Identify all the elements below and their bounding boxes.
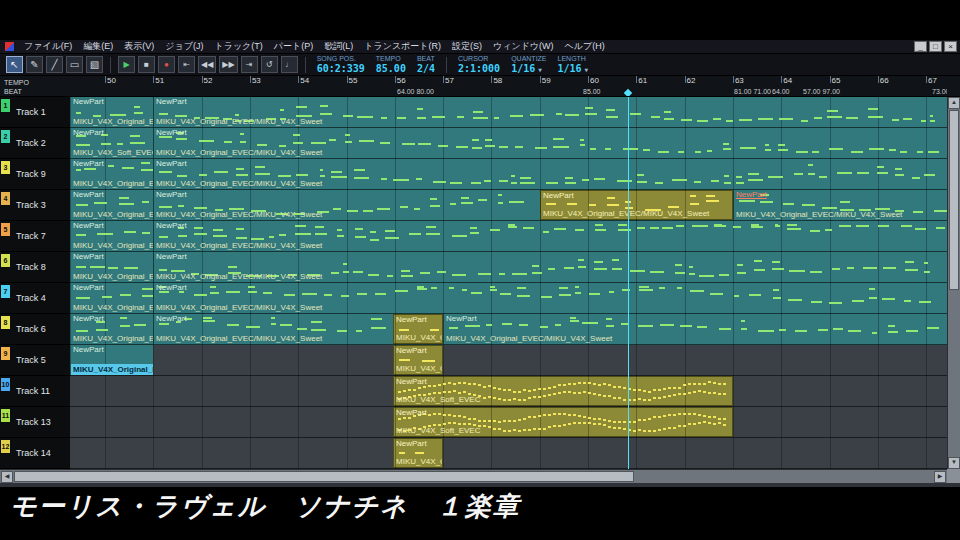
midi-note[interactable] (903, 118, 912, 120)
midi-note[interactable] (565, 182, 577, 184)
midi-note[interactable] (623, 148, 638, 150)
midi-note[interactable] (713, 382, 716, 384)
midi-note[interactable] (438, 145, 448, 147)
field-value[interactable]: 1/16▼ (511, 63, 546, 75)
midi-note[interactable] (463, 416, 466, 418)
midi-note[interactable] (279, 234, 287, 236)
timeline-ruler[interactable]: TEMPO BEAT 50515253545556575859606162636… (0, 76, 960, 97)
midi-note[interactable] (856, 225, 868, 227)
midi-note[interactable] (808, 173, 815, 175)
midi-note[interactable] (530, 114, 544, 116)
midi-note[interactable] (659, 287, 665, 289)
midi-note[interactable] (869, 297, 877, 299)
midi-note[interactable] (603, 424, 606, 426)
midi-note[interactable] (563, 424, 566, 426)
midi-note[interactable] (683, 413, 686, 415)
midi-note[interactable] (462, 289, 468, 291)
midi-note[interactable] (736, 176, 742, 178)
eraser-tool[interactable]: ▭ (66, 56, 83, 73)
midi-note[interactable] (706, 195, 715, 197)
midi-note[interactable] (772, 261, 781, 263)
scroll-right-button[interactable]: ▶ (934, 471, 946, 483)
playhead-line[interactable] (628, 97, 629, 469)
midi-note[interactable] (403, 390, 406, 392)
midi-note[interactable] (430, 329, 439, 331)
midi-note[interactable] (672, 179, 688, 181)
midi-note[interactable] (124, 267, 138, 269)
midi-note[interactable] (758, 118, 772, 120)
midi-note[interactable] (555, 324, 561, 326)
midi-note[interactable] (523, 429, 526, 431)
midi-note[interactable] (343, 263, 348, 265)
midi-note[interactable] (921, 120, 926, 122)
midi-note[interactable] (468, 423, 471, 425)
midi-note[interactable] (515, 146, 523, 148)
midi-note[interactable] (408, 389, 411, 391)
midi-note[interactable] (458, 382, 461, 384)
midi-note[interactable] (608, 420, 611, 422)
midi-note[interactable] (355, 236, 365, 238)
midi-note[interactable] (523, 389, 526, 391)
midi-note[interactable] (453, 390, 456, 392)
midi-note[interactable] (573, 383, 576, 385)
arrange-grid[interactable]: NewPartMIKU_V4X_Original_EVEC/ML..NewPar… (70, 97, 947, 469)
midi-note[interactable] (331, 176, 346, 178)
midi-note[interactable] (578, 415, 581, 417)
midi-note[interactable] (822, 207, 837, 209)
midi-part[interactable]: NewPartMIKU_V4X_Origin.. (393, 314, 443, 344)
midi-note[interactable] (490, 229, 500, 231)
loop-button[interactable]: ↺ (261, 56, 278, 73)
track-header-3[interactable]: 3Track 9 (0, 159, 70, 190)
track-color-tab[interactable]: 1 (1, 99, 10, 112)
midi-note[interactable] (473, 418, 476, 420)
midi-note[interactable] (426, 233, 441, 235)
track-header-8[interactable]: 8Track 6 (0, 314, 70, 345)
midi-note[interactable] (912, 177, 921, 179)
rewind-button[interactable]: ◀◀ (198, 56, 216, 73)
midi-note[interactable] (76, 234, 86, 236)
midi-note[interactable] (119, 197, 130, 199)
track-color-tab[interactable]: 11 (1, 409, 10, 422)
midi-note[interactable] (573, 414, 576, 416)
midi-note[interactable] (228, 266, 237, 268)
midi-note[interactable] (263, 292, 273, 294)
midi-note[interactable] (142, 288, 153, 290)
midi-note[interactable] (248, 286, 254, 288)
midi-note[interactable] (519, 324, 528, 326)
midi-note[interactable] (719, 328, 732, 330)
midi-note[interactable] (513, 398, 516, 400)
midi-note[interactable] (588, 422, 591, 424)
midi-note[interactable] (159, 171, 172, 173)
menu-item-2[interactable]: 編集(E) (78, 40, 118, 53)
midi-note[interactable] (532, 265, 539, 267)
midi-note[interactable] (593, 423, 596, 425)
midi-note[interactable] (438, 384, 441, 386)
midi-note[interactable] (203, 317, 212, 319)
midi-note[interactable] (605, 148, 611, 150)
field-value[interactable]: 85.00 (376, 63, 406, 74)
midi-note[interactable] (713, 392, 716, 394)
midi-note[interactable] (438, 413, 441, 415)
midi-note[interactable] (594, 261, 603, 263)
midi-note[interactable] (430, 198, 437, 200)
midi-note[interactable] (498, 398, 501, 400)
midi-part[interactable]: NewPartMIKU_V4X_Original_EVEC/ML.. (70, 190, 153, 220)
midi-note[interactable] (370, 239, 379, 241)
midi-note[interactable] (905, 269, 918, 271)
midi-note[interactable] (523, 227, 534, 229)
midi-note[interactable] (758, 330, 774, 332)
midi-note[interactable] (570, 320, 579, 322)
midi-note[interactable] (598, 423, 601, 425)
midi-note[interactable] (808, 164, 813, 166)
midi-note[interactable] (559, 287, 568, 289)
midi-note[interactable] (718, 383, 721, 385)
midi-note[interactable] (400, 206, 408, 208)
midi-note[interactable] (414, 208, 420, 210)
midi-note[interactable] (528, 390, 531, 392)
midi-note[interactable] (760, 201, 773, 203)
midi-note[interactable] (621, 323, 628, 325)
midi-part[interactable]: NewPartMIKU_V4X_Original_EVEC/ML.. (70, 314, 153, 344)
midi-note[interactable] (486, 324, 491, 326)
midi-part[interactable]: NewPartMIKU_V4X_Original_EVEC/MIKU_V4X_S… (153, 314, 393, 344)
midi-note[interactable] (827, 116, 842, 118)
